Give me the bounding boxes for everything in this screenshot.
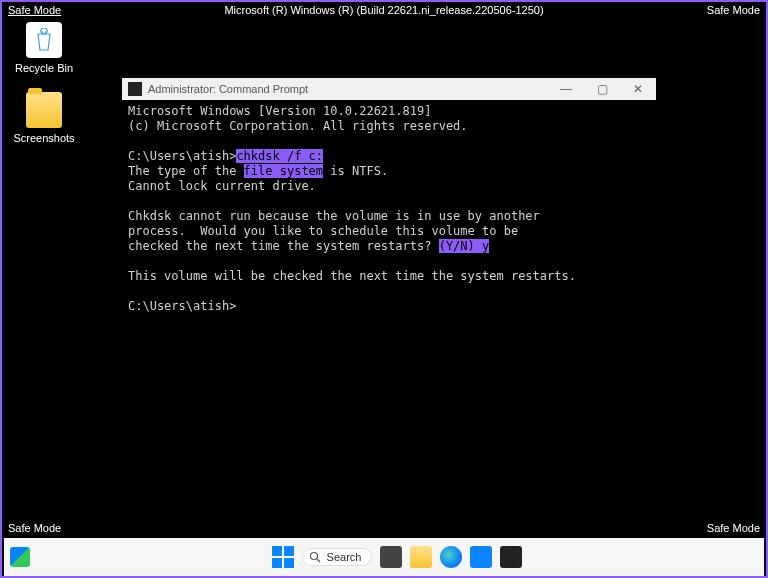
task-view-icon[interactable]	[380, 546, 402, 568]
yn-highlight: (Y/N) y	[439, 239, 490, 253]
safe-mode-bottom-left: Safe Mode	[8, 522, 61, 534]
taskbar[interactable]: Search	[4, 538, 764, 576]
terminal-icon[interactable]	[500, 546, 522, 568]
safe-mode-top-left: Safe Mode	[8, 4, 61, 16]
search-button[interactable]: Search	[302, 548, 373, 566]
screenshots-label: Screenshots	[13, 132, 74, 144]
safe-mode-top-right: Safe Mode	[707, 4, 760, 16]
start-button[interactable]	[272, 546, 294, 568]
safe-mode-bottom-right: Safe Mode	[707, 522, 760, 534]
build-info: Microsoft (R) Windows (R) (Build 22621.n…	[224, 4, 543, 16]
busy-line-2: process. Would you like to schedule this…	[128, 224, 518, 238]
recycle-bin-label: Recycle Bin	[15, 62, 73, 74]
fs-line-b: is NTFS.	[323, 164, 388, 178]
fs-line-a: The type of the	[128, 164, 244, 178]
search-label: Search	[327, 551, 362, 563]
svg-point-0	[41, 28, 47, 34]
file-explorer-icon[interactable]	[410, 546, 432, 568]
maximize-button[interactable]: ▢	[584, 82, 620, 96]
busy-line-3a: checked the next time the system restart…	[128, 239, 439, 253]
lock-line: Cannot lock current drive.	[128, 179, 316, 193]
window-title: Administrator: Command Prompt	[148, 83, 548, 95]
minimize-button[interactable]: —	[548, 82, 584, 96]
terminal-body[interactable]: Microsoft Windows [Version 10.0.22621.81…	[122, 100, 656, 434]
window-titlebar[interactable]: Administrator: Command Prompt — ▢ ✕	[122, 78, 656, 100]
recycle-bin-icon[interactable]: Recycle Bin	[12, 22, 76, 74]
svg-point-1	[310, 553, 317, 560]
close-button[interactable]: ✕	[620, 82, 656, 96]
scheduled-line: This volume will be checked the next tim…	[128, 269, 576, 283]
recycle-bin-glyph	[26, 22, 62, 58]
screenshots-folder-icon[interactable]: Screenshots	[12, 92, 76, 144]
busy-line-1: Chkdsk cannot run because the volume is …	[128, 209, 540, 223]
search-icon	[309, 551, 321, 563]
prompt-2: C:\Users\atish>	[128, 299, 236, 313]
prompt-1: C:\Users\atish>	[128, 149, 236, 163]
svg-line-2	[317, 559, 320, 562]
store-icon[interactable]	[470, 546, 492, 568]
fs-line-highlight: file system	[244, 164, 323, 178]
version-line: Microsoft Windows [Version 10.0.22621.81…	[128, 104, 431, 118]
edge-icon[interactable]	[440, 546, 462, 568]
folder-glyph	[26, 92, 62, 128]
widgets-button[interactable]	[10, 547, 30, 567]
chkdsk-command: chkdsk /f c:	[236, 149, 323, 163]
cmd-app-icon	[128, 82, 142, 96]
copyright-line: (c) Microsoft Corporation. All rights re…	[128, 119, 468, 133]
command-prompt-window[interactable]: Administrator: Command Prompt — ▢ ✕ Micr…	[122, 78, 656, 434]
